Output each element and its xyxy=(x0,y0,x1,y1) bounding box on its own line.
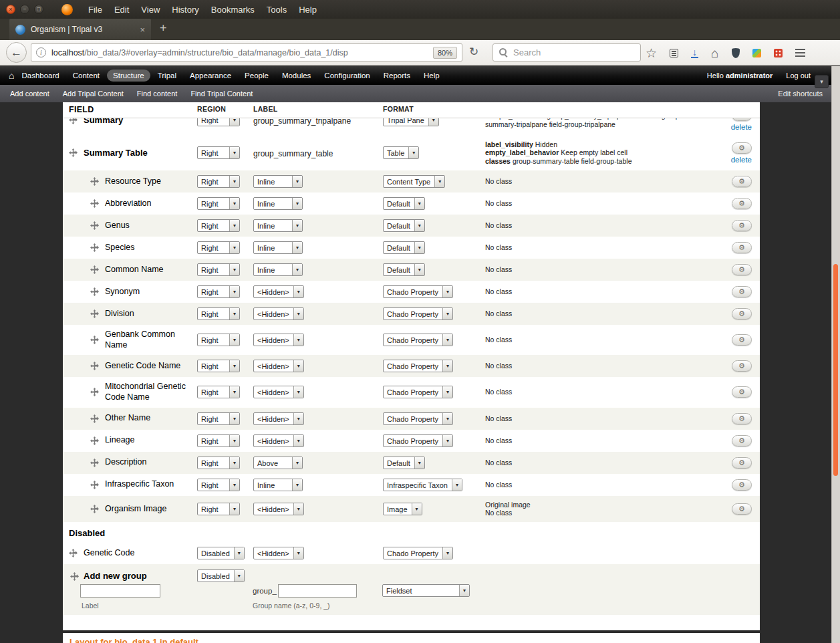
region-select[interactable]: Right▾ xyxy=(197,197,240,210)
gear-button[interactable]: ⚙ xyxy=(732,264,752,275)
drag-handle[interactable] xyxy=(90,265,99,274)
gear-button[interactable]: ⚙ xyxy=(732,479,752,491)
browser-tab[interactable]: Organism | Tripal v3 × xyxy=(9,19,151,40)
edit-shortcuts-link[interactable]: Edit shortcuts xyxy=(778,90,823,98)
region-select[interactable]: Right▾ xyxy=(197,457,240,469)
url-bar[interactable]: i localhost/bio_data/3#overlay=admin/str… xyxy=(31,43,462,61)
label-select[interactable]: Inline▾ xyxy=(253,175,303,188)
reload-button[interactable]: ↻ xyxy=(469,45,478,59)
region-select[interactable]: Right▾ xyxy=(197,146,240,159)
shield-icon[interactable] xyxy=(732,48,740,58)
format-select[interactable]: Default▾ xyxy=(383,263,425,276)
region-select[interactable]: Right▾ xyxy=(197,219,240,232)
region-select[interactable]: Right▾ xyxy=(197,334,240,346)
extension-flask-icon[interactable] xyxy=(752,49,761,57)
shortcut-add-content[interactable]: Add content xyxy=(3,90,56,98)
gear-button[interactable]: ⚙ xyxy=(732,308,752,319)
gear-button[interactable]: ⚙ xyxy=(732,457,752,469)
logout-link[interactable]: Log out xyxy=(786,72,811,80)
home-icon[interactable]: ⌂ xyxy=(711,47,718,59)
format-select[interactable]: Default▾ xyxy=(383,241,425,254)
drag-handle[interactable] xyxy=(90,243,99,252)
drag-handle[interactable] xyxy=(90,362,99,370)
menu-edit[interactable]: Edit xyxy=(108,5,135,15)
delete-link[interactable]: delete xyxy=(731,156,752,164)
gear-button[interactable]: ⚙ xyxy=(732,220,752,231)
drag-handle[interactable] xyxy=(90,388,99,396)
toolbar-item-appearance[interactable]: Appearance xyxy=(184,70,237,82)
region-select[interactable]: Right▾ xyxy=(197,307,240,320)
label-select[interactable]: Inline▾ xyxy=(253,219,303,232)
drag-handle[interactable] xyxy=(90,459,99,467)
toolbar-item-reports[interactable]: Reports xyxy=(378,70,416,82)
format-select[interactable]: Chado Property▾ xyxy=(383,360,453,372)
format-select[interactable]: Default▾ xyxy=(383,457,425,469)
drag-handle[interactable] xyxy=(90,336,99,344)
group-label-input[interactable] xyxy=(80,584,160,598)
toolbar-item-content[interactable]: Content xyxy=(67,70,106,82)
back-button[interactable]: ← xyxy=(6,42,27,63)
toolbar-toggle-caret[interactable]: ▾ xyxy=(815,75,829,88)
region-select[interactable]: Right▾ xyxy=(197,241,240,254)
label-select[interactable]: <Hidden>▾ xyxy=(253,285,304,298)
search-bar[interactable] xyxy=(493,43,641,61)
bookmark-star-icon[interactable]: ☆ xyxy=(646,47,657,59)
label-select[interactable]: <Hidden>▾ xyxy=(253,547,304,559)
label-select[interactable]: Inline▾ xyxy=(253,241,303,254)
menu-help[interactable]: Help xyxy=(293,5,323,15)
menu-view[interactable]: View xyxy=(135,5,166,15)
format-select[interactable]: Table▾ xyxy=(383,146,419,159)
region-select[interactable]: Right▾ xyxy=(197,479,240,491)
gear-button[interactable]: ⚙ xyxy=(732,413,752,424)
gear-button[interactable]: ⚙ xyxy=(732,386,752,398)
drag-handle[interactable] xyxy=(69,148,78,157)
scrollbar-track[interactable] xyxy=(831,66,840,643)
region-select[interactable]: Right▾ xyxy=(197,360,240,372)
menu-bookmarks[interactable]: Bookmarks xyxy=(205,5,261,15)
label-select[interactable]: <Hidden>▾ xyxy=(253,360,304,372)
shortcut-find-tripal-content[interactable]: Find Tripal Content xyxy=(184,90,259,98)
region-select[interactable]: Right▾ xyxy=(197,412,240,425)
region-select[interactable]: Right▾ xyxy=(197,434,240,447)
gear-button[interactable]: ⚙ xyxy=(732,360,752,372)
drag-handle[interactable] xyxy=(90,309,99,318)
toolbar-item-configuration[interactable]: Configuration xyxy=(318,70,376,82)
group-name-input[interactable] xyxy=(278,584,357,598)
region-select[interactable]: Disabled▾ xyxy=(197,569,245,582)
zoom-level-badge[interactable]: 80% xyxy=(433,47,457,59)
window-close-button[interactable]: × xyxy=(6,5,15,14)
menu-file[interactable]: File xyxy=(82,5,108,15)
hamburger-menu-icon[interactable] xyxy=(795,49,805,57)
drag-handle[interactable] xyxy=(90,287,99,296)
format-select[interactable]: Infraspecific Taxon▾ xyxy=(383,479,462,491)
format-select[interactable]: Chado Property▾ xyxy=(383,434,453,447)
format-select[interactable]: Fieldset▾ xyxy=(382,584,470,597)
gear-button[interactable]: ⚙ xyxy=(732,198,752,209)
format-select[interactable]: Content Type▾ xyxy=(383,175,445,188)
delete-link[interactable]: delete xyxy=(731,123,752,131)
label-select[interactable]: Inline▾ xyxy=(253,479,303,491)
region-select[interactable]: Right▾ xyxy=(197,285,240,298)
window-maximize-button[interactable]: ◻ xyxy=(34,5,43,14)
region-select[interactable]: Right▾ xyxy=(197,503,240,515)
bookmarks-list-icon[interactable] xyxy=(670,49,678,57)
drupal-home-icon[interactable]: ⌂ xyxy=(9,71,14,80)
region-select[interactable]: Disabled▾ xyxy=(197,547,245,559)
label-select[interactable]: <Hidden>▾ xyxy=(253,412,304,425)
layout-link[interactable]: Layout for bio_data 1 in default xyxy=(69,637,198,643)
format-select[interactable]: Chado Property▾ xyxy=(383,547,453,559)
gear-button[interactable]: ⚙ xyxy=(732,503,752,515)
toolbar-item-tripal[interactable]: Tripal xyxy=(152,70,182,82)
label-select[interactable]: <Hidden>▾ xyxy=(253,503,304,515)
drag-handle[interactable] xyxy=(90,505,99,513)
drag-handle[interactable] xyxy=(90,177,99,186)
window-minimize-button[interactable]: − xyxy=(20,5,29,14)
gear-button[interactable]: ⚙ xyxy=(732,334,752,346)
scrollbar-thumb[interactable] xyxy=(833,264,838,476)
toolbar-item-help[interactable]: Help xyxy=(418,70,446,82)
drag-handle[interactable] xyxy=(90,199,99,208)
region-select[interactable]: Right▾ xyxy=(197,386,240,398)
site-info-icon[interactable]: i xyxy=(36,47,46,57)
format-select[interactable]: Default▾ xyxy=(383,219,425,232)
gear-button[interactable]: ⚙ xyxy=(732,286,752,297)
